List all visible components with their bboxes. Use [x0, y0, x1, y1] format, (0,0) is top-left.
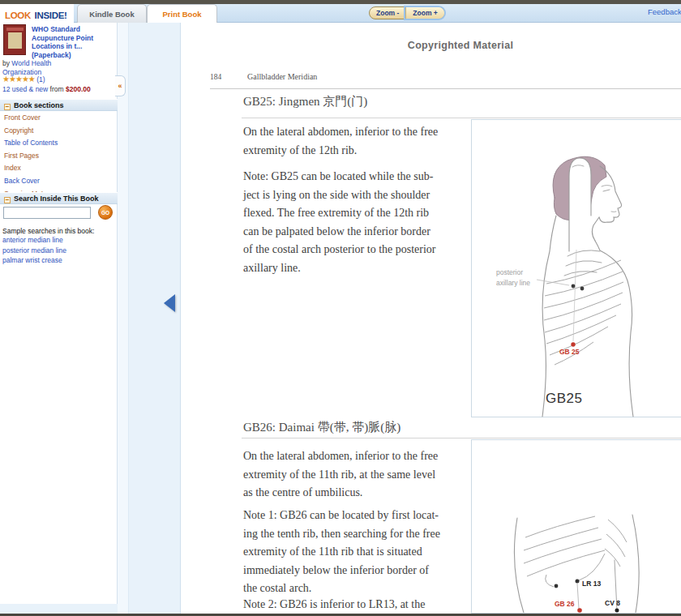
previous-page-arrow-icon[interactable]: [164, 294, 175, 312]
book-sections-title: Book sections: [14, 101, 64, 109]
gb26-location-paragraph: On the lateral abdomen, inferior to the …: [243, 447, 486, 503]
gb26-note2-paragraph: Note 2: GB26 is inferior to LR13, at the…: [243, 596, 486, 614]
collapse-sections-icon[interactable]: −: [4, 104, 11, 110]
sidebar-item-front-cover[interactable]: Front Cover: [4, 113, 114, 122]
cover-art-band: [6, 28, 24, 31]
gb25-figure-caption: GB25: [546, 391, 582, 407]
sample-searches-label: Sample searches in this book:: [2, 227, 94, 235]
page-number: 184: [210, 73, 221, 81]
gb26-point-label: GB 26: [555, 600, 575, 608]
gb26-figure: LR 13 GB 26 CV 8: [471, 439, 681, 614]
star-rating-icon[interactable]: ★★★★★: [2, 75, 35, 83]
running-title: Gallbladder Meridian: [247, 72, 317, 81]
lr13-point-label: LR 13: [582, 580, 601, 588]
running-header-rule: [210, 88, 681, 89]
sample-searches-list: anterior median line posterior median li…: [2, 236, 66, 267]
search-inside-title: Search Inside This Book: [14, 195, 99, 203]
sidebar-item-first-pages[interactable]: First Pages: [4, 152, 114, 160]
zoom-in-button[interactable]: Zoom +: [405, 7, 443, 19]
sample-search-posterior-median-line[interactable]: posterior median line: [2, 246, 66, 255]
sidebar-item-back-cover[interactable]: Back Cover: [4, 177, 114, 185]
cv8-point-label: CV 8: [605, 599, 620, 607]
review-count-link[interactable]: (1): [36, 75, 45, 83]
byline: by World Health Organization: [2, 59, 84, 76]
logo-look-text: LOOK: [5, 11, 31, 20]
gb25-note-paragraph: Note: GB25 can be located while the sub-…: [243, 168, 486, 277]
cover-art-panel: [8, 32, 22, 49]
rating-row: ★★★★★ (1): [2, 75, 45, 83]
gb26-heading: GB26: Daimai 帶(带, 帯)脈(脉): [243, 420, 400, 435]
sidebar: WHO Standard Acupuncture Point Locations…: [0, 23, 118, 604]
book-title-link[interactable]: WHO Standard Acupuncture Point Locations…: [32, 25, 115, 59]
book-cover-thumbnail[interactable]: [3, 24, 26, 55]
offers-link[interactable]: 12 used & new: [2, 85, 48, 93]
offers-row: 12 used & new from $200.00: [2, 85, 91, 93]
collapse-search-icon[interactable]: −: [4, 197, 11, 203]
zoom-out-button[interactable]: Zoom -: [370, 7, 405, 19]
search-input[interactable]: [3, 207, 91, 219]
look-inside-logo: LOOK INSIDE!: [0, 4, 74, 23]
zoom-controls: Zoom - Zoom +: [369, 6, 445, 19]
posterior-axillary-line-annotation: posterior axillary line: [496, 267, 530, 289]
gb26-note1-paragraph: Note 1: GB26 can be located by first loc…: [243, 507, 486, 598]
tab-kindle-book[interactable]: Kindle Book: [77, 4, 147, 23]
sidebar-item-copyright[interactable]: Copyright: [4, 126, 114, 135]
logo-inside-text: INSIDE!: [34, 11, 66, 20]
copyrighted-material-banner: Copyrighted Material: [408, 40, 513, 51]
gb25-heading: GB25: Jingmen 京門(门): [243, 94, 367, 109]
gb25-location-paragraph: On the lateral abdomen, inferior to the …: [243, 123, 486, 160]
sidebar-item-index[interactable]: Index: [4, 164, 114, 172]
feedback-link[interactable]: Feedback: [648, 7, 681, 16]
offers-from-label: from: [48, 85, 66, 93]
sidebar-item-table-of-contents[interactable]: Table of Contents: [4, 139, 114, 147]
gb25-heading-rule: [242, 118, 681, 118]
offers-price: $200.00: [66, 85, 91, 93]
book-page: Copyrighted Material 184 Gallbladder Mer…: [180, 23, 681, 614]
search-inside-header: −Search Inside This Book: [0, 192, 118, 204]
sample-search-palmar-wrist-crease[interactable]: palmar wrist crease: [2, 256, 66, 264]
gb26-heading-rule: [242, 438, 681, 438]
gb25-point-label: GB 25: [559, 348, 580, 356]
sidebar-collapse-button[interactable]: «: [115, 75, 126, 96]
gb26-anatomy-illustration: [472, 440, 681, 613]
tab-print-book[interactable]: Print Book: [147, 4, 217, 24]
gb25-figure: posterior axillary line GB 25 GB25: [471, 119, 681, 417]
search-go-button[interactable]: GO: [98, 205, 113, 220]
look-inside-reader: LOOK INSIDE! Kindle Book Print Book Zoom…: [0, 0, 681, 616]
sidebar-collapse-rail: [118, 23, 129, 614]
book-sections-header: −Book sections: [0, 99, 118, 111]
book-sections-list: Front Cover Copyright Table of Contents …: [4, 113, 114, 202]
sample-search-anterior-median-line[interactable]: anterior median line: [2, 236, 66, 244]
by-label: by: [2, 59, 11, 67]
